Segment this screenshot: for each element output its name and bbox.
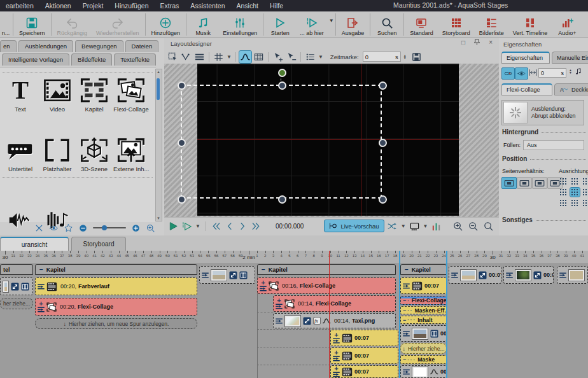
align-bottom-left-button[interactable] [559, 199, 568, 207]
align-top-left-button[interactable] [559, 177, 568, 186]
tool-kapitel[interactable]: Kapitel [76, 76, 112, 113]
dropdown-icon[interactable]: ▼ [318, 54, 323, 60]
dropdown-icon[interactable]: ▼ [329, 18, 334, 24]
collapsed-track-flexi-collage[interactable]: −·Flexi-Collage [400, 296, 447, 305]
tab-en[interactable]: en [0, 40, 17, 52]
layers-icon[interactable] [193, 51, 206, 63]
motion-vee-icon[interactable] [180, 51, 192, 63]
save-view-icon[interactable] [410, 51, 423, 63]
toolbar-button-storyboard[interactable]: Storyboard [438, 11, 475, 38]
handle-mid-left[interactable] [178, 139, 186, 147]
tab-intelligente-vorlagen[interactable]: Intelligente Vorlagen [2, 53, 69, 66]
timeline-clip[interactable]: 00:07 [400, 277, 447, 294]
zoom-in-icon[interactable] [452, 221, 463, 232]
live-preview-button[interactable]: Live-Vorschau [324, 220, 384, 232]
timeline-clip[interactable] [199, 266, 255, 284]
timeline-clip[interactable]: 00:07 [449, 266, 501, 284]
scrollbar-thumb[interactable] [157, 78, 160, 100]
collapse-icon[interactable]: − [403, 356, 406, 363]
zeitmarke-stepper[interactable]: ▲▼ [403, 54, 407, 59]
keyframe-table-icon[interactable] [253, 51, 265, 63]
subtab-deckkraft[interactable]: A Deckkraft [554, 83, 588, 95]
duration-input[interactable]: 0s [538, 68, 566, 78]
handle-top-center[interactable] [278, 81, 286, 90]
align-middle-center-button[interactable] [570, 188, 580, 197]
toolbar-button-bilderliste[interactable]: Bilderliste [475, 11, 508, 38]
handle-bottom-left[interactable] [178, 195, 186, 204]
collapse-icon[interactable]: − [405, 266, 409, 273]
menu-earbeiten[interactable]: earbeiten [0, 2, 39, 10]
align-bottom-center-button[interactable] [570, 199, 580, 207]
track-group-header[interactable]: tel [0, 264, 33, 275]
list-icon[interactable] [304, 51, 316, 63]
track-group-header[interactable]: −Kapitel [400, 264, 447, 275]
tab-bildeffekte[interactable]: Bildeffekte [71, 53, 112, 66]
timeline-clip[interactable]: +00:16,Flexi-Collage [257, 277, 396, 294]
clear-filter-icon[interactable] [34, 223, 44, 233]
dropdown-icon[interactable]: ▼ [401, 223, 406, 229]
expand-icon[interactable]: + [334, 350, 338, 355]
timeline-clip[interactable]: 00:07 [400, 325, 447, 342]
toolbar-button-suchen[interactable]: Suchen [372, 11, 402, 38]
menu-projekt[interactable]: Projekt [77, 2, 109, 10]
zoom-fit-icon[interactable] [483, 221, 494, 232]
toolbar-button-vert-timeline[interactable]: Vert. Timeline [508, 11, 552, 38]
expand-icon[interactable]: + [39, 301, 43, 306]
tool-text[interactable]: TText [3, 76, 38, 113]
tab-texteffekte[interactable]: Texteffekte [114, 53, 156, 66]
toolbar-button-hinzufügen[interactable]: Hinzufügen [147, 11, 185, 38]
dropdown-icon[interactable]: ▼ [423, 223, 428, 229]
timeline-clip[interactable]: 00:20,Farbverlauf [35, 277, 197, 295]
expand-icon[interactable]: + [277, 298, 281, 303]
preview-eye-icon[interactable] [49, 223, 59, 233]
timeline-clip[interactable]: +00:07 [330, 347, 398, 364]
toolbar-button-starten[interactable]: Starten [265, 11, 295, 38]
new-track-drop-zone[interactable]: her ziehe... [0, 298, 33, 309]
link-duration-toggle[interactable] [501, 67, 515, 80]
collapse-icon[interactable]: − [403, 317, 406, 323]
remove-keyframe-icon[interactable] [285, 51, 297, 63]
collapse-icon[interactable]: − [262, 266, 265, 273]
menu-extras[interactable]: Extras [154, 2, 185, 10]
magnifier-icon[interactable] [146, 223, 155, 233]
grid-icon[interactable] [213, 51, 225, 63]
menu-aktionen[interactable]: Aktionen [39, 2, 77, 10]
new-track-drop-zone[interactable]: ↓Hierher ziehen, um neue Spur anzulegen. [35, 318, 197, 329]
expand-icon[interactable]: + [334, 366, 338, 371]
collapsed-track-maske[interactable]: −···Maske [400, 355, 447, 364]
collapsed-track-masken-eff-[interactable]: −··Masken-Eff... [400, 306, 447, 314]
handle-bottom-center[interactable] [278, 195, 286, 204]
zoom-out-icon[interactable] [468, 221, 479, 232]
playhead[interactable] [329, 251, 330, 378]
icon-size-slider[interactable] [93, 227, 126, 228]
designer-canvas[interactable] [164, 64, 499, 217]
tab-eigenschaften[interactable]: Eigenschaften [501, 52, 550, 64]
align-middle-left-button[interactable] [559, 188, 568, 197]
tool-untertitel[interactable]: Untertitel [3, 136, 38, 172]
tool-platzhalter[interactable]: Platzhalter [39, 136, 75, 172]
handle-top-right[interactable] [379, 81, 387, 90]
go-last-button[interactable] [251, 221, 262, 232]
subtab-flexi-collage[interactable]: Flexi-Collage [501, 83, 552, 95]
collapsed-track-inhalt[interactable]: −···Inhalt [400, 316, 447, 324]
align-middle-right-button[interactable] [582, 188, 588, 197]
track-group-header[interactable]: −Kapitel [257, 264, 396, 275]
timeline-clip[interactable] [557, 266, 588, 284]
tool-externe-inh-[interactable]: Externe Inh... [113, 136, 149, 172]
toolbar-button-n-[interactable]: n... [0, 11, 11, 38]
toolbar-button-ausgabe[interactable]: Ausgabe [337, 11, 369, 38]
scroll-up-icon[interactable]: ▲ [157, 70, 160, 74]
tab-dateien[interactable]: Dateien [125, 40, 159, 52]
play-button[interactable] [168, 221, 179, 232]
toolbar-button-wiederherstellen[interactable]: Wiederherstellen [92, 11, 144, 38]
toolbar-button-standard[interactable]: Standard [405, 11, 438, 38]
tool-3d-szene[interactable]: 3D-Szene [76, 136, 112, 172]
zoom-out-icon[interactable] [78, 223, 88, 233]
maximize-icon[interactable]: □ [461, 39, 465, 46]
toolbar-button-musik[interactable]: Musik [188, 11, 218, 38]
visibility-toggle[interactable] [515, 67, 528, 80]
timeline-clip[interactable]: +00:14,Flexi-Collage [273, 295, 396, 312]
tab-ausblendungen[interactable]: Ausblendungen [18, 40, 73, 52]
aspect-stretch-button[interactable] [532, 177, 547, 189]
tool-video[interactable]: Video [39, 76, 75, 113]
